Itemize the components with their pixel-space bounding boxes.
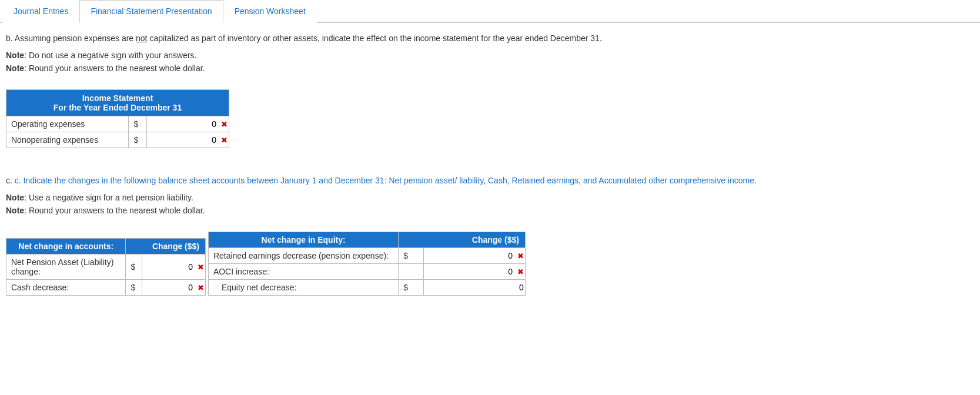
income-row-dollar: $ (129, 132, 146, 148)
tab-bar: Journal Entries Financial Statement Pres… (0, 0, 980, 23)
equity-row-clear-icon[interactable]: ✖ (517, 267, 524, 276)
equity-row-input[interactable] (477, 267, 513, 276)
instruction-c-c: c. (6, 176, 15, 185)
accounts-row-label: Net Pension Asset (Liability) change: (6, 255, 126, 280)
main-content: b. Assuming pension expenses are not cap… (0, 23, 980, 317)
equity-table-row: Retained earnings decrease (pension expe… (208, 248, 525, 264)
equity-row-label: Retained earnings decrease (pension expe… (208, 248, 398, 264)
equity-col2-header: Change ($$) (399, 232, 526, 248)
equity-row-label: Equity net decrease: (208, 280, 398, 296)
accounts-col1-header: Net change in accounts: (6, 239, 126, 255)
income-table-header1: Income Statement For the Year Ended Dece… (6, 90, 229, 116)
accounts-row-input[interactable] (158, 283, 193, 292)
equity-table-container: Net change in Equity: Change ($$) Retain… (208, 232, 526, 296)
equity-row-dollar: $ (399, 248, 424, 264)
income-row-label: Nonoperating expenses (6, 132, 129, 148)
accounts-row-clear-icon[interactable]: ✖ (198, 283, 204, 292)
equity-table-row: AOCI increase: ✖ (208, 264, 525, 280)
income-row-label: Operating expenses (6, 116, 129, 132)
income-statement-table-container: Income Statement For the Year Ended Dece… (6, 89, 229, 148)
equity-row-clear-icon[interactable]: ✖ (517, 252, 524, 260)
equity-row-dollar: $ (399, 280, 424, 296)
income-row-input[interactable] (181, 119, 216, 129)
equity-row-input[interactable] (489, 283, 524, 292)
equity-col1-header: Net change in Equity: (208, 232, 398, 248)
accounts-row-dollar: $ (126, 255, 142, 280)
accounts-row-clear-icon[interactable]: ✖ (198, 263, 204, 272)
accounts-table: Net change in accounts: Change ($$) Net … (6, 238, 206, 296)
section-b-instruction: b. Assuming pension expenses are not cap… (6, 32, 974, 45)
income-table-row: Operating expenses $ ✖ (6, 116, 229, 132)
accounts-row-value-cell: ✖ (142, 255, 205, 280)
tab-journal-entries[interactable]: Journal Entries (2, 0, 79, 23)
income-row-input[interactable] (181, 135, 216, 145)
accounts-row-input[interactable] (158, 262, 193, 272)
equity-row-input[interactable] (477, 251, 513, 260)
accounts-col2-header: Change ($$) (126, 239, 206, 255)
section-c-instruction: c. c. Indicate the changes in the follow… (6, 175, 974, 187)
accounts-table-container: Net change in accounts: Change ($$) Net … (6, 238, 206, 296)
tab-financial-statement[interactable]: Financial Statement Presentation (79, 0, 223, 23)
income-row-value-cell: ✖ (146, 116, 229, 132)
income-row-clear-icon[interactable]: ✖ (221, 136, 228, 145)
section-c-note1: Note: Use a negative sign for a net pens… (6, 193, 974, 202)
section-b-note2: Note: Round your answers to the nearest … (6, 63, 974, 73)
instruction-b-rest: capitalized as part of inventory or othe… (148, 34, 602, 43)
equity-row-label: AOCI increase: (208, 264, 398, 280)
equity-table: Net change in Equity: Change ($$) Retain… (208, 232, 526, 296)
section-c-note2: Note: Round your answers to the nearest … (6, 206, 974, 215)
tab-pension-worksheet[interactable]: Pension Worksheet (223, 0, 317, 23)
income-statement-table: Income Statement For the Year Ended Dece… (6, 89, 229, 148)
accounts-table-row: Cash decrease: $ ✖ (6, 280, 206, 296)
accounts-row-value-cell: ✖ (142, 280, 205, 296)
accounts-row-label: Cash decrease: (6, 280, 126, 296)
equity-row-value-cell: ✖ (424, 248, 525, 264)
income-row-clear-icon[interactable]: ✖ (221, 120, 228, 129)
equity-row-dollar-empty (399, 264, 424, 280)
equity-table-row: Equity net decrease: $ (208, 280, 525, 296)
income-row-value-cell: ✖ (146, 132, 229, 148)
accounts-row-dollar: $ (126, 280, 142, 296)
section-b-note1: Note: Do not use a negative sign with yo… (6, 51, 974, 60)
instruction-b-prefix: b. Assuming pension expenses are (6, 34, 136, 43)
instruction-c-text: c. Indicate the changes in the following… (15, 176, 757, 185)
income-table-row: Nonoperating expenses $ ✖ (6, 132, 229, 148)
instruction-b-notcap: not (136, 34, 147, 43)
equity-row-value-cell: ✖ (424, 264, 525, 280)
accounts-table-row: Net Pension Asset (Liability) change: $ … (6, 255, 206, 280)
income-row-dollar: $ (129, 116, 146, 132)
section-c: c. c. Indicate the changes in the follow… (6, 175, 974, 308)
equity-row-value-cell (424, 280, 525, 296)
